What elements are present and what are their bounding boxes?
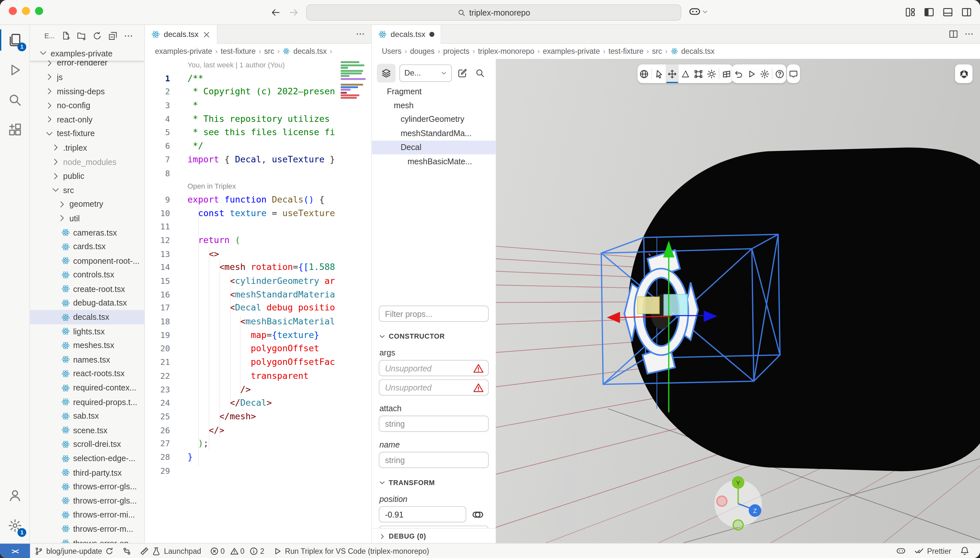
code-line[interactable]: 3 *: [145, 99, 371, 112]
code-line[interactable]: 16 <meshStandardMateria: [145, 288, 371, 301]
tree-item[interactable]: .triplex: [30, 141, 144, 155]
tree-item[interactable]: create-root.tsx: [30, 282, 144, 296]
code-line[interactable]: 17 <Decal debug positio: [145, 301, 371, 315]
breadcrumb-item[interactable]: projects: [443, 47, 469, 56]
tree-root[interactable]: examples-private: [30, 46, 144, 61]
code-line[interactable]: 18 <meshBasicMaterial: [145, 315, 371, 328]
toggle-primary-sidebar-icon[interactable]: [924, 7, 934, 18]
tree-item[interactable]: sab.tsx: [30, 409, 144, 423]
status-item[interactable]: [118, 543, 136, 558]
tree-item[interactable]: util: [30, 211, 144, 225]
toggle-secondary-sidebar-icon[interactable]: [961, 7, 972, 18]
code-line[interactable]: 28}: [145, 450, 371, 464]
status-item[interactable]: Launchpad: [136, 543, 205, 558]
minimap[interactable]: [341, 61, 369, 120]
breadcrumb-item[interactable]: src: [264, 47, 274, 56]
tree-item[interactable]: test-fixture: [30, 127, 144, 141]
activity-run-debug[interactable]: [0, 55, 30, 85]
tree-item[interactable]: debug-data.tsx: [30, 296, 144, 310]
customize-layout-icon[interactable]: [905, 7, 916, 18]
tree-item[interactable]: cameras.tsx: [30, 225, 144, 240]
props-section-header[interactable]: TRANSFORM: [372, 476, 496, 489]
code-line[interactable]: 29: [145, 464, 371, 478]
breadcrumb-item[interactable]: triplex-monorepo: [478, 47, 534, 56]
viewport-tool-comment[interactable]: [787, 64, 800, 83]
viewport-tool-grid[interactable]: [720, 64, 734, 83]
scene-tree-item[interactable]: meshStandardMa...: [372, 126, 496, 140]
unsaved-dot[interactable]: [429, 32, 434, 37]
prop-input[interactable]: string: [379, 416, 489, 432]
tree-item[interactable]: names.tsx: [30, 353, 144, 367]
breadcrumb-item[interactable]: decals.tsx: [681, 47, 714, 56]
breadcrumb-item[interactable]: examples-private: [155, 47, 212, 56]
breadcrumb-item[interactable]: test-fixture: [221, 47, 256, 56]
tree-item[interactable]: scroll-drei.tsx: [30, 437, 144, 451]
tree-item[interactable]: missing-deps: [30, 84, 144, 98]
scene-search-button[interactable]: [473, 66, 487, 80]
toggle-panel-icon[interactable]: [942, 7, 953, 18]
more-actions-icon[interactable]: [123, 31, 133, 40]
tree-item[interactable]: component-root-...: [30, 254, 144, 268]
scene-layers-button[interactable]: [377, 64, 396, 83]
tree-item[interactable]: geometry: [30, 197, 144, 212]
breadcrumb-item[interactable]: test-fixture: [609, 47, 643, 56]
tree-item[interactable]: throws-error-gls...: [30, 479, 144, 494]
tree-item[interactable]: node_modules: [30, 155, 144, 169]
settings-button[interactable]: 1: [0, 511, 30, 541]
tree-item[interactable]: react-only: [30, 112, 144, 127]
code-line[interactable]: 6 */: [145, 140, 371, 153]
navigate-forward-icon[interactable]: [289, 7, 299, 18]
remote-indicator[interactable]: ><: [0, 543, 30, 558]
tree-item[interactable]: required-contex...: [30, 381, 144, 395]
code-line[interactable]: 10 const texture = useTexture: [145, 207, 371, 220]
props-section-header[interactable]: CONSTRUCTOR: [372, 329, 496, 343]
breadcrumb[interactable]: Users›douges›projects›triplex-monorepo›e…: [372, 44, 980, 59]
viewport-tool-sun[interactable]: [705, 64, 718, 83]
viewport-tool-globe[interactable]: [637, 64, 651, 83]
scene-viewport[interactable]: Y Z: [496, 59, 980, 543]
status-item[interactable]: [956, 543, 974, 558]
code-line[interactable]: 12 return (: [145, 234, 371, 247]
status-item[interactable]: blog/june-update: [30, 543, 118, 558]
scene-tree-item[interactable]: Decal: [372, 140, 496, 154]
code-line[interactable]: 21 polygonOffsetFac: [145, 356, 371, 369]
tree-item[interactable]: throws-error-mi...: [30, 508, 144, 522]
breadcrumb-item[interactable]: decals.tsx: [293, 47, 327, 56]
tree-item[interactable]: js: [30, 70, 144, 84]
code-line[interactable]: 20 polygonOffset: [145, 342, 371, 356]
viewport-tool-gear[interactable]: [758, 64, 771, 83]
new-file-icon[interactable]: [61, 31, 70, 40]
viewport-tool-move[interactable]: [666, 64, 679, 83]
scene-tree-item[interactable]: cylinderGeometry: [372, 112, 496, 126]
scene-canvas[interactable]: Y Z: [496, 59, 980, 543]
gizmo-plane-xy[interactable]: [637, 297, 660, 313]
filter-props-input[interactable]: Filter props...: [379, 305, 489, 322]
editor-actions-icon[interactable]: [356, 30, 365, 39]
scene-tree-item[interactable]: mesh: [372, 98, 496, 112]
code-line[interactable]: 19 map={texture}: [145, 328, 371, 342]
tree-item[interactable]: required-props.t...: [30, 395, 144, 409]
activity-extensions[interactable]: [0, 115, 30, 145]
component-dropdown[interactable]: De...: [399, 64, 452, 82]
tree-item[interactable]: third-party.tsx: [30, 465, 144, 479]
breadcrumb-item[interactable]: Users: [382, 47, 401, 56]
tree-item[interactable]: selection-edge-...: [30, 451, 144, 466]
minimize-window-button[interactable]: [22, 7, 30, 15]
close-icon[interactable]: [202, 30, 210, 39]
split-editor-icon[interactable]: [949, 30, 958, 39]
code-editor[interactable]: You, last week | 1 author (You)1/**2 * C…: [145, 59, 371, 543]
status-item[interactable]: 002: [205, 543, 269, 558]
camera-switch-button[interactable]: [955, 64, 973, 83]
tree-item[interactable]: react-roots.tsx: [30, 366, 144, 381]
status-item[interactable]: Prettier: [910, 543, 956, 558]
codelens-open-in-triplex[interactable]: Open in Triplex: [145, 180, 371, 193]
tree-item[interactable]: throws-error-on...: [30, 536, 144, 543]
viewport-tool-rotate[interactable]: [679, 64, 692, 83]
tree-item[interactable]: throws-error-gls...: [30, 494, 144, 508]
tree-item[interactable]: no-config: [30, 98, 144, 113]
viewport-tool-help[interactable]: [773, 64, 786, 83]
tree-item[interactable]: throws-error-m...: [30, 522, 144, 536]
code-line[interactable]: 14 <mesh rotation={[1.588: [145, 261, 371, 274]
collapse-all-icon[interactable]: [108, 31, 117, 40]
gizmo-plane-yz[interactable]: [664, 294, 687, 316]
